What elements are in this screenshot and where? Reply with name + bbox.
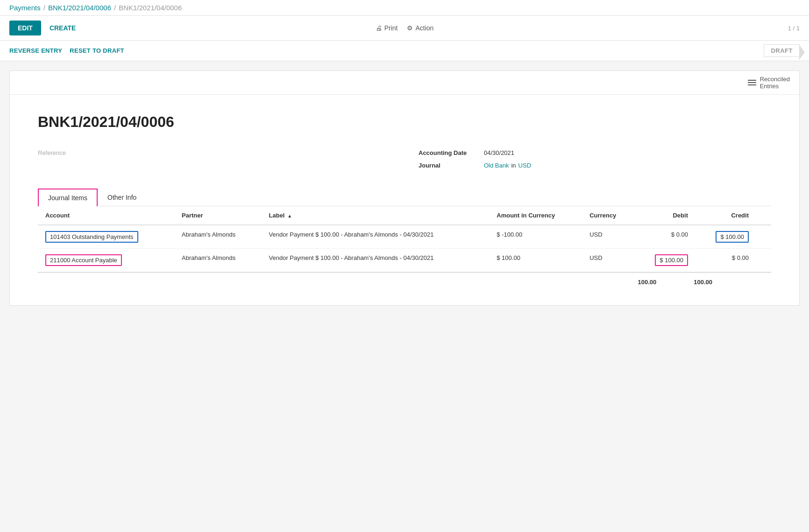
breadcrumb: Payments / BNK1/2021/04/0006 / BNK1/2021… (0, 0, 809, 16)
table-header-row: Account Partner Label ▲ Amount in Curren… (38, 206, 771, 225)
row2-debit: $ 100.00 (635, 249, 695, 272)
table-footer: 100.00 100.00 (38, 272, 771, 291)
breadcrumb-ref1[interactable]: BNK1/2021/04/0006 (48, 4, 111, 12)
form-card: Reconciled Entries BNK1/2021/04/0006 Ref… (9, 70, 800, 306)
row1-amount-currency: $ -100.00 (489, 225, 582, 249)
row1-account[interactable]: 101403 Outstanding Payments (38, 225, 174, 249)
accounting-date-value: 04/30/2021 (484, 149, 514, 156)
col-partner: Partner (174, 206, 262, 225)
col-credit: Credit (695, 206, 756, 225)
reconciled-entries-button[interactable]: Reconciled Entries (748, 76, 790, 90)
row2-partner: Abraham's Almonds (174, 249, 262, 272)
table-row: 211000 Account Payable Abraham's Almonds… (38, 249, 771, 272)
field-group-right: Accounting Date 04/30/2021 Journal Old B… (419, 149, 771, 175)
reference-label: Reference (38, 149, 94, 156)
action-bar: REVERSE ENTRY RESET TO DRAFT DRAFT (0, 41, 809, 61)
tab-journal-items[interactable]: Journal Items (38, 189, 98, 206)
reconciled-entries-label: Reconciled Entries (760, 76, 790, 90)
main-content: Reconciled Entries BNK1/2021/04/0006 Ref… (0, 61, 809, 324)
printer-icon: 🖨 (376, 24, 382, 32)
col-account: Account (38, 206, 174, 225)
hamburger-icon (748, 80, 756, 85)
reverse-entry-button[interactable]: REVERSE ENTRY (9, 42, 70, 60)
breadcrumb-current: BNK1/2021/04/0006 (119, 4, 182, 12)
row1-label: Vendor Payment $ 100.00 - Abraham's Almo… (262, 225, 490, 249)
breadcrumb-sep1: / (43, 4, 45, 12)
row2-currency: USD (582, 249, 635, 272)
row2-amount-currency: $ 100.00 (489, 249, 582, 272)
create-button[interactable]: CREATE (41, 21, 85, 35)
row1-debit: $ 0.00 (635, 225, 695, 249)
field-group-left: Reference (38, 149, 390, 175)
reference-field-row: Reference (38, 149, 390, 156)
col-more (756, 206, 771, 225)
status-badge: DRAFT (764, 44, 800, 57)
tab-other-info[interactable]: Other Info (98, 189, 146, 206)
credit-total: 100.00 (694, 279, 712, 286)
table-row: 101403 Outstanding Payments Abraham's Al… (38, 225, 771, 249)
col-label[interactable]: Label ▲ (262, 206, 490, 225)
breadcrumb-payments[interactable]: Payments (9, 4, 41, 12)
row1-currency: USD (582, 225, 635, 249)
col-amount-currency: Amount in Currency (489, 206, 582, 225)
row2-label: Vendor Payment $ 100.00 - Abraham's Almo… (262, 249, 490, 272)
row2-account[interactable]: 211000 Account Payable (38, 249, 174, 272)
journal-currency-value[interactable]: USD (518, 162, 531, 169)
action-button[interactable]: ⚙ Action (407, 24, 433, 32)
journal-bank-value[interactable]: Old Bank (484, 162, 509, 169)
debit-total: 100.00 (638, 279, 656, 286)
breadcrumb-sep2: / (114, 4, 116, 12)
form-title: BNK1/2021/04/0006 (38, 113, 771, 131)
row1-partner: Abraham's Almonds (174, 225, 262, 249)
reconciled-header: Reconciled Entries (10, 71, 799, 95)
form-fields: Reference Accounting Date 04/30/2021 Jou… (38, 149, 771, 175)
row1-more (756, 225, 771, 249)
journal-in: in (511, 162, 516, 169)
col-debit: Debit (635, 206, 695, 225)
page-indicator: 1 / 1 (788, 25, 800, 32)
form-body: BNK1/2021/04/0006 Reference Accounting D… (10, 95, 799, 305)
accounting-date-row: Accounting Date 04/30/2021 (419, 149, 771, 156)
row1-credit: $ 100.00 (695, 225, 756, 249)
sort-arrow-label: ▲ (287, 213, 292, 218)
edit-button[interactable]: EDIT (9, 21, 41, 35)
reset-to-draft-button[interactable]: RESET TO DRAFT (70, 42, 132, 60)
journal-table: Account Partner Label ▲ Amount in Curren… (38, 206, 771, 272)
print-button[interactable]: 🖨 Print (376, 24, 398, 32)
journal-label: Journal (419, 162, 484, 169)
col-currency: Currency (582, 206, 635, 225)
toolbar: EDIT CREATE 🖨 Print ⚙ Action 1 / 1 (0, 16, 809, 41)
tabs: Journal Items Other Info (38, 189, 771, 206)
row2-credit: $ 0.00 (695, 249, 756, 272)
journal-row: Journal Old Bank in USD (419, 162, 771, 169)
gear-icon: ⚙ (407, 24, 413, 32)
row2-more (756, 249, 771, 272)
accounting-date-label: Accounting Date (419, 149, 484, 156)
